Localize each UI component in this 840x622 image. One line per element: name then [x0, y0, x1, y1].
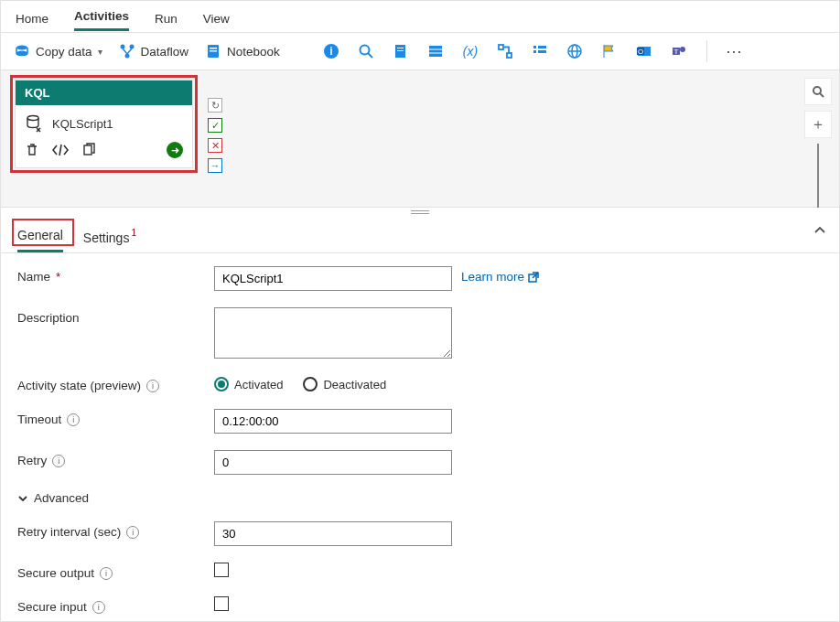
canvas-search-button[interactable]: [804, 78, 832, 105]
activity-node-type: KQL: [16, 80, 192, 105]
info-icon[interactable]: i: [52, 455, 65, 467]
timeout-label: Timeout i: [17, 409, 214, 426]
svg-rect-22: [538, 46, 546, 48]
info-icon[interactable]: i: [322, 42, 340, 60]
toolbar: Copy data ▾ Dataflow Notebook i (x) O T …: [1, 32, 839, 70]
svg-point-0: [16, 46, 27, 50]
info-icon[interactable]: i: [67, 413, 80, 426]
copy-icon[interactable]: [81, 143, 96, 157]
teams-icon[interactable]: T: [670, 42, 688, 60]
general-form: Name* Learn more Description Activity st…: [1, 253, 839, 622]
retry-input[interactable]: [214, 450, 452, 475]
top-nav: Home Activities Run View: [1, 1, 839, 32]
port-success[interactable]: ✓: [208, 118, 222, 133]
info-icon[interactable]: i: [126, 526, 139, 539]
run-activity-button[interactable]: ➜: [167, 142, 183, 158]
description-input[interactable]: [214, 307, 452, 359]
secure-input-label: Secure input i: [17, 596, 214, 614]
svg-rect-13: [397, 48, 404, 48]
svg-text:T: T: [673, 48, 678, 56]
tab-general[interactable]: General: [17, 222, 63, 252]
port-skip[interactable]: ↻: [208, 98, 222, 113]
description-label: Description: [17, 307, 214, 325]
port-completion[interactable]: →: [208, 158, 222, 173]
pipeline-canvas[interactable]: KQL KQLScript1 ➜ ↻ ✓ ✕ → ＋: [1, 70, 839, 208]
deactivated-label: Deactivated: [323, 378, 386, 391]
svg-rect-19: [499, 45, 503, 49]
secure-output-checkbox[interactable]: [214, 563, 229, 577]
chevron-down-icon: ▾: [98, 47, 102, 57]
topnav-run[interactable]: Run: [155, 12, 178, 31]
copy-data-label: Copy data: [36, 45, 92, 59]
globe-icon[interactable]: [565, 42, 584, 60]
dataflow-icon: [119, 43, 135, 59]
topnav-activities[interactable]: Activities: [74, 9, 129, 31]
svg-text:O: O: [638, 48, 643, 56]
name-input[interactable]: [214, 266, 452, 291]
script-icon[interactable]: [392, 42, 410, 60]
delete-icon[interactable]: [25, 143, 39, 157]
advanced-toggle[interactable]: Advanced: [17, 491, 823, 505]
copy-data-button[interactable]: Copy data ▾: [14, 43, 102, 59]
topnav-view[interactable]: View: [203, 12, 230, 31]
search-icon[interactable]: [357, 42, 375, 60]
code-icon[interactable]: [52, 143, 69, 157]
svg-rect-35: [84, 145, 92, 155]
deactivated-radio[interactable]: Deactivated: [303, 377, 386, 391]
activity-node[interactable]: KQL KQLScript1 ➜: [15, 80, 193, 168]
notebook-icon: [205, 43, 221, 59]
table-icon[interactable]: [426, 42, 445, 60]
info-icon[interactable]: i: [100, 567, 113, 580]
port-fail[interactable]: ✕: [208, 138, 222, 153]
activity-state-label: Activity state (preview) i: [17, 375, 214, 392]
timeout-input[interactable]: [214, 409, 452, 434]
kql-database-icon: [25, 114, 43, 133]
svg-line-11: [368, 53, 372, 58]
toolbar-separator: [706, 40, 707, 62]
info-icon[interactable]: i: [146, 380, 159, 392]
name-label: Name*: [17, 266, 214, 284]
tab-settings-label: Settings: [83, 231, 130, 245]
dataflow-button[interactable]: Dataflow: [119, 43, 189, 59]
properties-tabs: General Settings1: [1, 217, 839, 253]
svg-point-34: [27, 116, 38, 121]
svg-rect-23: [533, 50, 536, 53]
svg-rect-15: [429, 46, 442, 57]
topnav-home[interactable]: Home: [16, 12, 48, 31]
learn-more-link[interactable]: Learn more: [461, 266, 823, 284]
more-button[interactable]: ⋯: [726, 41, 744, 61]
secure-output-label: Secure output i: [17, 563, 214, 580]
svg-point-3: [129, 45, 134, 49]
retry-label: Retry i: [17, 450, 214, 467]
tab-settings[interactable]: Settings1: [83, 225, 135, 252]
svg-text:(x): (x): [463, 44, 478, 59]
external-link-icon: [528, 272, 539, 283]
variable-icon[interactable]: (x): [461, 42, 479, 60]
svg-point-2: [120, 45, 124, 49]
secure-input-checkbox[interactable]: [214, 596, 229, 611]
notebook-label: Notebook: [227, 45, 280, 59]
canvas-add-button[interactable]: ＋: [804, 111, 832, 138]
retry-interval-input[interactable]: [214, 521, 452, 546]
panel-splitter[interactable]: [1, 208, 839, 217]
activity-node-highlight: KQL KQLScript1 ➜ ↻ ✓ ✕ →: [10, 75, 198, 173]
svg-text:i: i: [329, 45, 332, 58]
svg-line-37: [820, 93, 824, 97]
collapse-panel-button[interactable]: [813, 224, 826, 240]
list-icon[interactable]: [531, 42, 549, 60]
notebook-button[interactable]: Notebook: [205, 43, 280, 59]
svg-point-1: [16, 51, 27, 56]
pipeline-icon[interactable]: [496, 42, 514, 60]
activated-label: Activated: [234, 378, 283, 391]
flag-icon[interactable]: [600, 42, 619, 60]
node-output-ports: ↻ ✓ ✕ →: [207, 98, 223, 173]
outlook-icon[interactable]: O: [635, 42, 653, 60]
info-icon[interactable]: i: [92, 601, 105, 614]
svg-point-4: [124, 54, 129, 59]
svg-rect-20: [507, 53, 512, 58]
svg-rect-6: [210, 48, 217, 49]
svg-point-36: [813, 87, 821, 94]
svg-rect-24: [538, 50, 546, 53]
copy-data-icon: [14, 43, 30, 59]
activated-radio[interactable]: Activated: [214, 377, 283, 391]
